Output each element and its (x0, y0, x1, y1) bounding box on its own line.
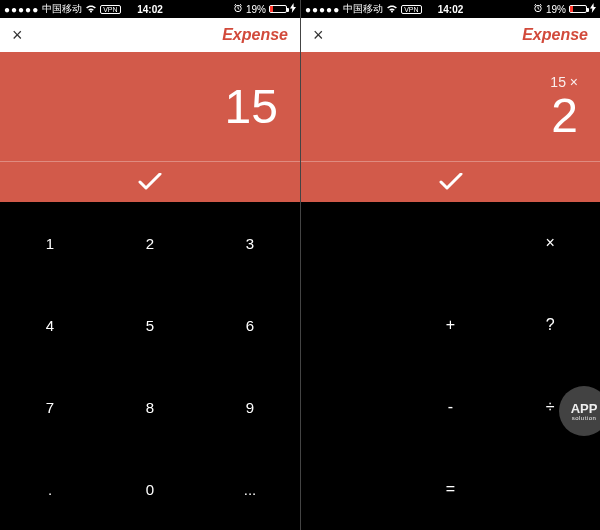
key-6[interactable]: 6 (200, 284, 300, 366)
expression-prev: 15 × (550, 74, 578, 90)
key-multiply[interactable]: × (500, 202, 600, 284)
battery-icon (569, 5, 587, 13)
amount-display: 15 (0, 52, 300, 202)
amount-display: 15 × 2 (301, 52, 600, 202)
screen-left: ●●●●● 中国移动 VPN 14:02 19% × Expense 15 (0, 0, 300, 530)
page-title: Expense (522, 26, 588, 44)
amount-value: 2 (551, 92, 578, 140)
key-2[interactable]: 2 (100, 202, 200, 284)
key-more[interactable]: ... (200, 448, 300, 530)
key-9[interactable]: 9 (200, 366, 300, 448)
clock: 14:02 (0, 4, 300, 15)
amount-value: 15 (225, 83, 278, 131)
key-1[interactable]: 1 (0, 202, 100, 284)
key-plus[interactable]: + (401, 284, 501, 366)
key-minus[interactable]: - (401, 366, 501, 448)
check-icon (138, 173, 162, 191)
key-5[interactable]: 5 (100, 284, 200, 366)
keypad-operators: × + ? - ÷ = (301, 202, 600, 530)
confirm-button[interactable] (0, 162, 300, 202)
keypad-numbers: 1 2 3 4 5 6 7 8 9 . 0 ... (0, 202, 300, 530)
key-help[interactable]: ? (500, 284, 600, 366)
confirm-button[interactable] (301, 162, 600, 202)
key-0[interactable]: 0 (100, 448, 200, 530)
key-4[interactable]: 4 (0, 284, 100, 366)
status-bar: ●●●●● 中国移动 VPN 14:02 19% (301, 0, 600, 18)
key-blank (301, 284, 401, 366)
key-decimal[interactable]: . (0, 448, 100, 530)
key-blank (301, 366, 401, 448)
key-divide[interactable]: ÷ (500, 366, 600, 448)
key-blank (301, 202, 401, 284)
key-blank (401, 202, 501, 284)
key-blank (301, 448, 401, 530)
close-button[interactable]: × (313, 25, 324, 46)
nav-bar: × Expense (301, 18, 600, 52)
key-7[interactable]: 7 (0, 366, 100, 448)
clock: 14:02 (301, 4, 600, 15)
page-title: Expense (222, 26, 288, 44)
key-8[interactable]: 8 (100, 366, 200, 448)
close-button[interactable]: × (12, 25, 23, 46)
screen-right: ●●●●● 中国移动 VPN 14:02 19% × Expense 15 × … (300, 0, 600, 530)
status-bar: ●●●●● 中国移动 VPN 14:02 19% (0, 0, 300, 18)
key-3[interactable]: 3 (200, 202, 300, 284)
battery-icon (269, 5, 287, 13)
nav-bar: × Expense (0, 18, 300, 52)
key-blank (500, 448, 600, 530)
check-icon (439, 173, 463, 191)
key-equals[interactable]: = (401, 448, 501, 530)
